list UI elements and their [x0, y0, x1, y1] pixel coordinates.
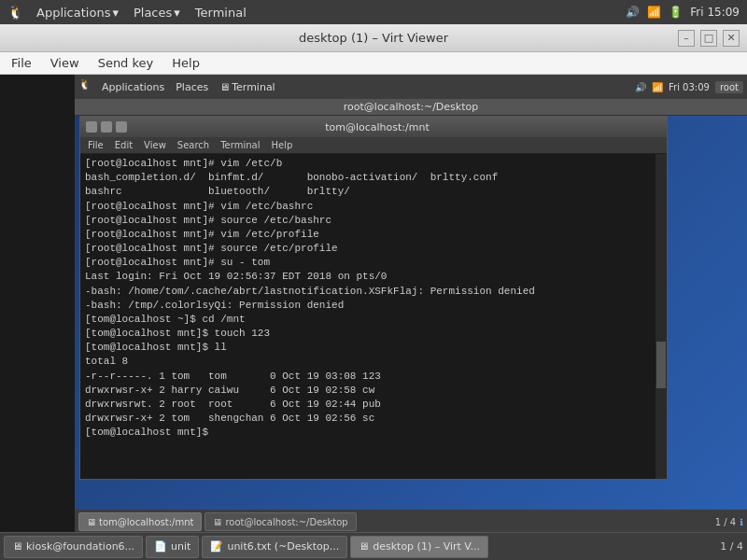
inner-distro-icon: 🐧 — [78, 78, 95, 95]
terminal-menu[interactable]: Terminal — [190, 4, 252, 21]
distro-icon: 🐧 — [7, 5, 23, 20]
inner-terminal-menu[interactable]: 🖥 Terminal — [215, 80, 280, 94]
inner-terminal-secondary-title: root@localhost:~/Desktop — [75, 99, 747, 116]
speaker-icon: 🔊 — [626, 6, 640, 19]
virt-menu-view[interactable]: View — [43, 54, 87, 72]
virt-viewer-titlebar: desktop (1) – Virt Viewer – □ ✕ — [0, 24, 747, 52]
applications-menu[interactable]: Applications ▾ — [31, 4, 124, 21]
inner-taskbar: 🖥 tom@localhost:/mnt 🖥 root@localhost:~/… — [75, 510, 747, 534]
virt-viewer-close-button[interactable]: ✕ — [723, 30, 740, 47]
inner-terminal-title: tom@localhost:/mnt — [325, 121, 430, 133]
outer-task-unit6[interactable]: 📝 unit6.txt (~Desktop... — [202, 536, 347, 558]
inner-term-close[interactable] — [116, 121, 127, 133]
inner-task-root-icon: 🖥 — [213, 517, 222, 527]
inner-applications-menu[interactable]: Applications — [97, 80, 169, 94]
inner-network-icon: 📶 — [652, 82, 663, 92]
inner-term-menu-edit[interactable]: Edit — [111, 139, 136, 151]
inner-term-menu-view[interactable]: View — [140, 139, 170, 151]
inner-panel-right: 🔊 📶 Fri 03:09 root — [635, 81, 743, 93]
system-top-bar: 🐧 Applications ▾ Places ▾ Terminal 🔊 📶 🔋… — [0, 0, 747, 24]
outer-taskbar: 🖥 kiosk@foundation6... 📄 unit 📝 unit6.tx… — [0, 532, 747, 560]
virt-menu-file[interactable]: File — [4, 54, 39, 72]
outer-taskbar-pager: 1 / 4 — [720, 540, 743, 553]
inner-places-menu[interactable]: Places — [171, 80, 213, 94]
inner-terminal-window: tom@localhost:/mnt File Edit View Search… — [79, 116, 668, 480]
outer-taskbar-items: 🖥 kiosk@foundation6... 📄 unit 📝 unit6.tx… — [4, 536, 488, 558]
inner-term-menu-file[interactable]: File — [84, 139, 107, 151]
inner-taskbar-items: 🖥 tom@localhost:/mnt 🖥 root@localhost:~/… — [78, 512, 357, 531]
virt-viewer-titlebar-buttons: – □ ✕ — [678, 30, 740, 47]
virt-menu-help[interactable]: Help — [164, 54, 207, 72]
inner-term-minimize[interactable] — [86, 121, 97, 133]
inner-task-root[interactable]: 🖥 root@localhost:~/Desktop — [204, 512, 356, 531]
inner-terminal-body: [root@localhost mnt]# vim /etc/b bash_co… — [80, 154, 667, 479]
outer-task-kiosk-icon: 🖥 — [12, 540, 22, 553]
virt-menu-sendkey[interactable]: Send key — [91, 54, 162, 72]
network-icon: 📶 — [647, 6, 661, 19]
terminal-icon-small: 🖥 — [219, 81, 230, 93]
outer-task-unit[interactable]: 📄 unit — [146, 536, 199, 558]
system-bar-right: 🔊 📶 🔋 Fri 15:09 — [626, 6, 740, 19]
inner-terminal-controls — [86, 121, 127, 133]
virt-viewer-menubar: File View Send key Help — [0, 52, 747, 75]
outer-task-desktop-icon: 🖥 — [359, 540, 369, 553]
inner-pager: 1 / 4 — [715, 517, 736, 527]
inner-panel-time: Fri 03:09 — [669, 82, 710, 92]
inner-info-icon[interactable]: ℹ — [740, 517, 743, 527]
inner-terminal-menubar: File Edit View Search Terminal Help — [80, 137, 667, 154]
inner-taskbar-right: 1 / 4 ℹ — [715, 517, 743, 527]
inner-terminal-scrollbar-thumb[interactable] — [656, 342, 666, 388]
places-arrow: ▾ — [174, 6, 180, 20]
inner-term-menu-terminal[interactable]: Terminal — [217, 139, 263, 151]
inner-terminal-scrollbar[interactable] — [655, 154, 667, 479]
inner-term-menu-help[interactable]: Help — [267, 139, 296, 151]
outer-pager-label: 1 / 4 — [720, 540, 743, 553]
outer-task-kiosk[interactable]: 🖥 kiosk@foundation6... — [4, 536, 143, 558]
inner-top-panel: 🐧 Applications Places 🖥 Terminal 🔊 📶 Fri… — [75, 75, 747, 99]
places-menu[interactable]: Places ▾ — [128, 4, 186, 21]
vm-display-area[interactable]: 🐧 Applications Places 🖥 Terminal 🔊 📶 Fri… — [0, 75, 747, 560]
battery-icon: 🔋 — [669, 6, 683, 19]
virt-viewer-minimize-button[interactable]: – — [678, 30, 695, 47]
inner-task-tom[interactable]: 🖥 tom@localhost:/mnt — [78, 512, 202, 531]
inner-speaker-icon: 🔊 — [635, 82, 646, 92]
inner-term-maximize[interactable] — [101, 121, 112, 133]
system-bar-left: 🐧 Applications ▾ Places ▾ Terminal — [7, 4, 252, 21]
inner-panel-left: 🐧 Applications Places 🖥 Terminal — [78, 78, 280, 95]
outer-task-unit6-icon: 📝 — [210, 540, 223, 553]
virt-viewer-window: desktop (1) – Virt Viewer – □ ✕ File Vie… — [0, 24, 747, 560]
system-clock: Fri 15:09 — [690, 6, 740, 19]
inner-task-tom-icon: 🖥 — [87, 517, 96, 527]
inner-panel-user: root — [715, 81, 743, 93]
virt-viewer-title: desktop (1) – Virt Viewer — [299, 31, 448, 45]
outer-task-unit-icon: 📄 — [154, 540, 167, 553]
applications-arrow: ▾ — [112, 6, 119, 20]
outer-task-desktop[interactable]: 🖥 desktop (1) – Virt V... — [350, 536, 488, 558]
inner-terminal-titlebar: tom@localhost:/mnt — [80, 117, 667, 137]
virt-viewer-maximize-button[interactable]: □ — [700, 30, 717, 47]
inner-terminal-content[interactable]: [root@localhost mnt]# vim /etc/b bash_co… — [80, 154, 655, 479]
inner-term-menu-search[interactable]: Search — [174, 139, 213, 151]
